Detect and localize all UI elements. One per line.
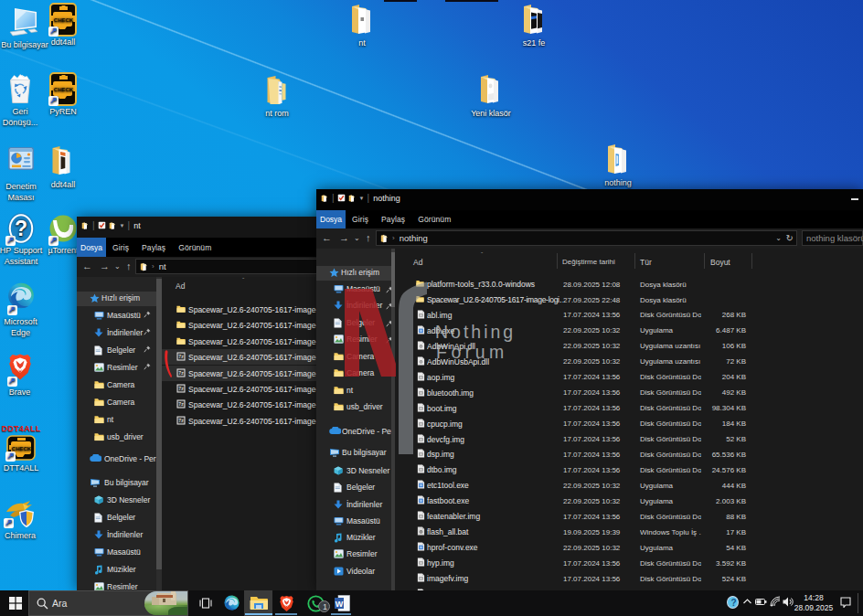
svg-text:CHECK: CHECK xyxy=(54,87,74,92)
svg-text:CHECK: CHECK xyxy=(54,17,74,23)
svg-text:7z: 7z xyxy=(178,401,184,407)
svg-text:7z: 7z xyxy=(178,386,184,391)
svg-text:7z: 7z xyxy=(178,370,184,376)
svg-text:CHECK: CHECK xyxy=(12,445,32,451)
svg-text:7z: 7z xyxy=(178,418,184,423)
svg-text:?: ? xyxy=(15,217,27,240)
svg-text:7z: 7z xyxy=(178,354,184,359)
svg-text:W: W xyxy=(336,600,344,609)
